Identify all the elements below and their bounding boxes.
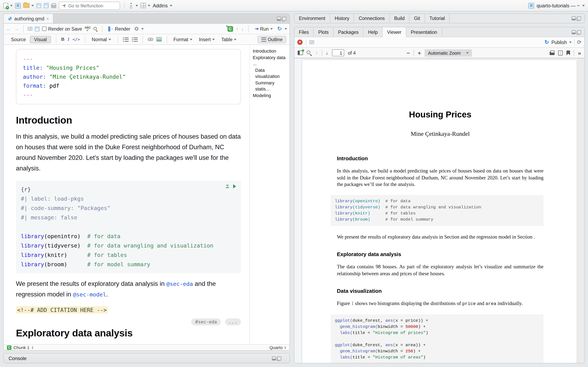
pdf-next-page-button[interactable]: ↓ — [326, 50, 328, 56]
console-title[interactable]: Console — [9, 355, 26, 361]
back-button[interactable]: ← — [6, 26, 11, 32]
run-button[interactable]: ⇥Run — [253, 25, 275, 32]
open-new-window-button[interactable]: ↗ — [28, 27, 32, 31]
document-format-label[interactable]: Quarto — [269, 345, 283, 350]
new-file-button[interactable]: + — [3, 3, 13, 8]
tab-tutorial[interactable]: Tutorial — [425, 14, 450, 23]
tab-files[interactable]: Files — [294, 27, 314, 37]
maximize-icon[interactable] — [277, 356, 281, 360]
print-button[interactable] — [51, 3, 56, 8]
go-prev-section-button[interactable]: ↑ — [236, 26, 238, 32]
pdf-bookmark-icon[interactable] — [566, 50, 570, 55]
figure-crossref-link[interactable]: 1 — [351, 300, 354, 306]
pdf-prev-page-button[interactable]: ↑ — [315, 50, 318, 56]
outline-item-summary-statistics[interactable]: Summary statis... — [253, 80, 290, 92]
run-chunk-icon[interactable] — [233, 184, 236, 188]
render-on-save-checkbox[interactable]: Render on Save — [42, 26, 82, 31]
addins-menu[interactable]: Addins — [153, 3, 172, 8]
code-format-button[interactable]: </> — [72, 37, 80, 42]
outline-toggle-button[interactable]: Outline — [258, 36, 286, 43]
outline-item-eda[interactable]: Exploratory data ... — [253, 54, 290, 67]
maximize-icon[interactable] — [282, 17, 286, 21]
minimize-icon[interactable] — [277, 17, 281, 21]
format-menu[interactable]: Format — [172, 36, 194, 43]
minimize-icon[interactable] — [272, 356, 276, 360]
tab-packages[interactable]: Packages — [334, 27, 364, 37]
numbered-list-button[interactable] — [132, 37, 138, 42]
go-next-section-button[interactable]: ↓ — [241, 26, 244, 32]
new-project-button[interactable]: R — [15, 3, 21, 8]
chunk-position-label[interactable]: Chunk 1 — [13, 345, 29, 350]
spellcheck-button[interactable]: ABC✓ — [85, 26, 91, 31]
pdf-sidebar-toggle[interactable] — [298, 50, 303, 55]
open-new-window-button[interactable]: ↗ — [310, 40, 314, 44]
save-icon[interactable] — [35, 26, 40, 31]
pdf-page-input[interactable] — [332, 49, 344, 56]
zoom-level-select[interactable]: Automatic Zoom — [425, 49, 472, 57]
tab-help[interactable]: Help — [364, 27, 383, 37]
sec-model-crossref[interactable]: @sec-model — [73, 291, 106, 298]
format-nav-arrows[interactable]: ▲▼ — [284, 346, 286, 349]
tab-git[interactable]: Git — [410, 14, 425, 23]
chevron-down-icon[interactable] — [141, 28, 144, 30]
outline-item-introduction[interactable]: Introduction — [253, 48, 290, 54]
stop-icon[interactable]: ✕ — [297, 40, 303, 45]
sec-eda-crossref[interactable]: @sec-eda — [166, 281, 193, 287]
zoom-out-button[interactable]: − — [407, 50, 410, 56]
image-button[interactable] — [156, 37, 162, 42]
run-chunks-above-icon[interactable] — [226, 185, 229, 188]
pdf-print-icon[interactable] — [550, 52, 554, 55]
link-button[interactable] — [148, 38, 153, 41]
italic-button[interactable]: I — [68, 36, 69, 42]
yaml-metadata-block[interactable]: --- title: "Housing Prices" author: "Min… — [16, 49, 241, 104]
close-icon[interactable]: × — [46, 16, 49, 21]
maximize-icon[interactable] — [577, 30, 581, 34]
publish-button[interactable]: Publish — [552, 40, 567, 45]
render-button[interactable]: Render — [107, 25, 132, 32]
pane-layout-button[interactable] — [140, 3, 150, 8]
refresh-icon[interactable]: ⟳ — [577, 39, 581, 45]
tab-build[interactable]: Build — [390, 14, 410, 23]
find-replace-button[interactable] — [93, 26, 98, 31]
render-on-save-input[interactable] — [42, 26, 47, 31]
chevron-down-icon[interactable] — [569, 42, 572, 43]
pdf-search-icon[interactable] — [307, 50, 311, 55]
pdf-scrollbar[interactable] — [578, 58, 584, 363]
block-format-select[interactable]: Normal — [90, 36, 112, 43]
project-menu-caret[interactable] — [582, 5, 585, 6]
forward-button[interactable]: → — [14, 26, 19, 32]
source-mode-button[interactable]: Source — [7, 36, 30, 43]
gear-icon[interactable] — [134, 26, 139, 31]
maximize-icon[interactable] — [577, 16, 581, 20]
table-menu[interactable]: Table — [220, 36, 238, 43]
section-id-badge[interactable]: #sec-eda — [191, 318, 221, 325]
section-more-button[interactable]: ... — [225, 318, 241, 325]
bold-button[interactable]: B — [61, 36, 64, 42]
outline-item-modeling[interactable]: Modeling — [253, 92, 290, 99]
pdf-tools-toggle[interactable]: » — [578, 50, 581, 56]
minimize-icon[interactable] — [572, 30, 576, 34]
save-button[interactable] — [36, 3, 41, 8]
visual-editor-document[interactable]: --- title: "Housing Prices" author: "Min… — [16, 49, 241, 344]
rerun-icon[interactable]: ↻ — [277, 26, 282, 32]
goto-file-input[interactable] — [68, 3, 113, 8]
zoom-in-button[interactable]: + — [418, 50, 421, 56]
version-control-button[interactable]: +−G — [129, 3, 138, 8]
tab-authoring-qmd[interactable]: authoring.qmd × — [4, 14, 53, 23]
tab-plots[interactable]: Plots — [314, 27, 334, 37]
pdf-download-icon[interactable]: ↓ — [558, 50, 563, 55]
goto-file-search[interactable]: ➤ — [59, 1, 120, 9]
save-all-button[interactable] — [44, 3, 49, 8]
insert-menu[interactable]: Insert — [197, 36, 216, 43]
citation-comment[interactable]: <!--# ADD CITATION HERE --> — [16, 306, 108, 314]
open-file-button[interactable] — [23, 3, 34, 8]
r-code-chunk[interactable]: {r} #| label: load-pkgs #| code-summary:… — [16, 181, 241, 273]
chunk-nav-arrows[interactable]: ▲▼ — [31, 346, 34, 349]
tab-history[interactable]: History — [330, 14, 354, 23]
pdf-viewer[interactable]: Housing Prices Mine Çetinkaya-Rundel Int… — [294, 58, 584, 363]
visual-mode-button[interactable]: Visual — [30, 36, 51, 43]
outline-item-data-visualization[interactable]: Data visualization — [253, 67, 290, 80]
bullet-list-button[interactable] — [123, 37, 129, 42]
tab-presentation[interactable]: Presentation — [406, 27, 442, 37]
chevron-down-icon[interactable] — [285, 28, 287, 30]
